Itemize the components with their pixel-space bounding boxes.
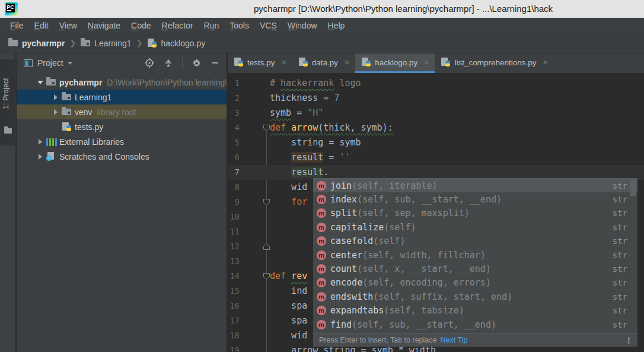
completion-item-count[interactable]: mcount(self, x, __start, __end)str bbox=[313, 262, 637, 275]
fold-collapse-icon[interactable] bbox=[263, 125, 270, 131]
line-number: 8 bbox=[228, 180, 240, 195]
code-line-text: result = '' bbox=[270, 150, 350, 165]
hide-panel-icon[interactable] bbox=[210, 58, 221, 68]
fold-collapse-icon[interactable] bbox=[263, 199, 270, 205]
libs-icon bbox=[46, 138, 59, 146]
breadcrumb-item-learning1[interactable]: Learning1 bbox=[81, 39, 131, 48]
completion-method-params: (self) bbox=[373, 236, 405, 246]
completion-return-type: str bbox=[613, 250, 627, 260]
code-line-2[interactable]: 2thickness = 7 bbox=[228, 91, 644, 106]
collapsed-arrow-icon[interactable] bbox=[50, 94, 62, 100]
code-line-4[interactable]: 4def arrow(thick, symb): bbox=[228, 120, 644, 135]
next-tip-link[interactable]: Next Tip bbox=[440, 336, 467, 344]
completion-item-casefold[interactable]: mcasefold(self)str bbox=[313, 234, 637, 248]
tab-label: hacklogo.py bbox=[375, 58, 417, 67]
completion-method-name: endswith bbox=[330, 291, 373, 302]
tree-item-label: venv bbox=[75, 107, 93, 117]
tab-close-icon[interactable]: × bbox=[424, 58, 429, 67]
line-number: 19 bbox=[228, 343, 240, 352]
menu-item-tools[interactable]: Tools bbox=[224, 18, 254, 33]
completion-item-expandtabs[interactable]: mexpandtabs(self, tabsize)str bbox=[313, 304, 637, 318]
tab-label: list_comprehentions.py bbox=[454, 58, 536, 67]
toolbar-separator bbox=[182, 58, 183, 68]
collapsed-arrow-icon[interactable] bbox=[50, 109, 62, 115]
completion-item-encode[interactable]: mencode(self, encoding, errors)str bbox=[313, 276, 637, 290]
locate-icon[interactable] bbox=[144, 58, 155, 68]
menu-item-window[interactable]: Window bbox=[282, 18, 323, 33]
menu-item-view[interactable]: View bbox=[54, 18, 82, 33]
code-line-5[interactable]: 5 string = symb bbox=[228, 135, 644, 150]
tab-close-icon[interactable]: × bbox=[282, 58, 286, 67]
collapsed-arrow-icon[interactable] bbox=[34, 154, 46, 160]
code-line-6[interactable]: 6 result = '' bbox=[228, 150, 644, 165]
popup-scrollbar-thumb[interactable] bbox=[630, 180, 636, 196]
method-icon: m bbox=[317, 306, 326, 315]
completion-footer: Press Enter to insert, Tab to replace Ne… bbox=[313, 333, 637, 347]
python-file-icon bbox=[441, 58, 450, 67]
completion-item-join[interactable]: mjoin(self, iterable)str bbox=[313, 179, 637, 192]
completion-method-name: join bbox=[330, 180, 352, 191]
breadcrumb-item-pycharmpr[interactable]: pycharmpr bbox=[8, 39, 65, 48]
completion-return-type: str bbox=[613, 306, 627, 315]
breadcrumb-item-hacklogo.py[interactable]: hacklogo.py bbox=[147, 39, 205, 48]
completion-method-params: (self, encoding, errors) bbox=[362, 277, 491, 288]
folder-icon bbox=[8, 40, 18, 46]
project-tool-window-button[interactable]: 1: Project bbox=[0, 59, 16, 145]
menu-item-vcs[interactable]: VCS bbox=[254, 18, 282, 33]
fold-collapse-icon[interactable] bbox=[263, 273, 270, 280]
completion-item-center[interactable]: mcenter(self, width, fillchar)str bbox=[313, 248, 637, 262]
completion-method-name: casefold bbox=[330, 236, 373, 246]
tree-item-pycharmpr[interactable]: pycharmprD:\Work\Python\Python learning\ bbox=[17, 75, 227, 90]
fold-end-icon[interactable] bbox=[263, 243, 270, 250]
pycharm-logo-icon: PC bbox=[5, 2, 18, 15]
chevron-down-icon[interactable] bbox=[68, 62, 72, 65]
code-line-text: wid bbox=[270, 328, 307, 343]
window-title: pycharmpr [D:\Work\Python\Python learnin… bbox=[254, 0, 553, 18]
menu-item-file[interactable]: File bbox=[5, 18, 29, 33]
tab-hacklogo-py[interactable]: hacklogo.py× bbox=[355, 53, 435, 73]
code-line-3[interactable]: 3symb = "H" bbox=[228, 106, 644, 120]
menu-item-help[interactable]: Help bbox=[323, 18, 350, 33]
line-number: 11 bbox=[228, 224, 240, 239]
completion-item-split[interactable]: msplit(self, sep, maxsplit)str bbox=[313, 207, 637, 220]
tab-list_comprehentions-py[interactable]: list_comprehentions.py× bbox=[435, 53, 553, 73]
code-line-text: # hackerrank logo bbox=[270, 76, 361, 91]
line-number: 15 bbox=[228, 284, 240, 299]
collapsed-arrow-icon[interactable] bbox=[34, 139, 46, 145]
tree-item-external-libraries[interactable]: External Libraries bbox=[17, 134, 227, 149]
tab-data-py[interactable]: data.py× bbox=[292, 53, 355, 73]
completion-method-params: (self, tabsize) bbox=[384, 305, 464, 316]
tab-close-icon[interactable]: × bbox=[543, 58, 548, 67]
menu-item-code[interactable]: Code bbox=[126, 18, 156, 33]
project-panel-header: Project bbox=[17, 53, 227, 72]
completion-item-endswith[interactable]: mendswith(self, suffix, start, end)str bbox=[313, 290, 637, 303]
tab-close-icon[interactable]: × bbox=[345, 58, 349, 67]
settings-gear-icon[interactable] bbox=[191, 58, 202, 68]
tree-item-venv[interactable]: venvlibrary root bbox=[17, 104, 227, 119]
collapse-all-icon[interactable] bbox=[163, 58, 174, 68]
completion-item-find[interactable]: mfind(self, sub, __start, __end)str bbox=[313, 318, 637, 331]
completion-method-params: (self) bbox=[384, 222, 416, 233]
menu-item-navigate[interactable]: Navigate bbox=[82, 18, 126, 33]
tree-item-scratches-and-consoles[interactable]: Scratches and Consoles bbox=[17, 149, 227, 164]
completion-method-params: (self, x, __start, __end) bbox=[357, 264, 491, 274]
completion-method-name: find bbox=[330, 319, 352, 330]
completion-return-type: str bbox=[613, 208, 627, 218]
completion-item-capitalize[interactable]: mcapitalize(self)str bbox=[313, 220, 637, 234]
completion-item-index[interactable]: mindex(self, sub, __start, __end)str bbox=[313, 192, 637, 206]
expanded-arrow-icon[interactable] bbox=[34, 81, 46, 84]
python-icon bbox=[62, 122, 75, 132]
completion-return-type: str bbox=[613, 181, 627, 191]
pycharm-window: PC pycharmpr [D:\Work\Python\Python lear… bbox=[0, 0, 644, 352]
more-options-icon[interactable]: ⋮ bbox=[625, 336, 633, 345]
line-number: 7 bbox=[228, 165, 240, 180]
menu-item-edit[interactable]: Edit bbox=[29, 18, 54, 33]
tree-item-tests-py[interactable]: tests.py bbox=[17, 119, 227, 134]
menu-item-run[interactable]: Run bbox=[199, 18, 225, 33]
completion-hint: Press Enter to insert, Tab to replace bbox=[319, 336, 436, 344]
completion-method-name: count bbox=[330, 264, 357, 274]
tab-tests-py[interactable]: tests.py× bbox=[228, 53, 292, 73]
code-line-1[interactable]: 1# hackerrank logo bbox=[228, 76, 644, 91]
menu-item-refactor[interactable]: Refactor bbox=[157, 18, 199, 33]
tree-item-learning1[interactable]: Learning1 bbox=[17, 90, 227, 104]
